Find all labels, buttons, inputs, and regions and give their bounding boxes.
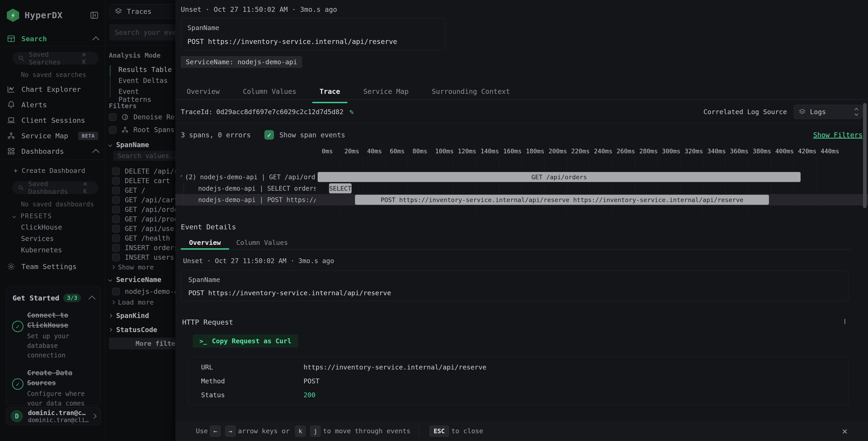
tab-column-values[interactable]: Column Values: [242, 84, 298, 99]
span-bar[interactable]: POST https://inventory-service.internal/…: [355, 195, 769, 205]
checkbox[interactable]: [109, 113, 117, 121]
filter-value-row[interactable]: GET /api/orders: [112, 205, 175, 213]
timeline-tick-label: 260ms: [617, 148, 635, 155]
chevron-right-icon: [111, 265, 115, 269]
preset-services[interactable]: Services: [21, 235, 54, 243]
checkbox[interactable]: [112, 177, 120, 185]
tab-surrounding-context[interactable]: Surrounding Context: [431, 84, 511, 99]
sidebar-item-chart-explorer[interactable]: Chart Explorer: [0, 83, 105, 96]
get-started-item-desc: Set up your database connection: [27, 331, 96, 360]
chevron-up-icon[interactable]: [92, 36, 99, 43]
filter-value-row[interactable]: GET /api/users: [112, 225, 175, 233]
chevron-right-icon: [108, 314, 112, 318]
sidebar-collapse-icon[interactable]: [90, 11, 99, 20]
sidebar-item-service-map[interactable]: Service Map BETA: [0, 129, 105, 143]
user-menu[interactable]: D dominic.tran@c… dominic.tran@cli…: [6, 407, 101, 425]
check-circle-icon: ✓: [12, 321, 24, 332]
filter-value-row[interactable]: INSERT orders: [112, 244, 175, 252]
service-name-chip[interactable]: ServiceName: nodejs-demo-api: [181, 56, 302, 68]
denoise-results-toggle[interactable]: Denoise Results: [109, 113, 175, 121]
checkbox[interactable]: [112, 206, 120, 213]
root-spans-only-toggle[interactable]: Root Spans Only: [109, 126, 175, 134]
filter-value-row[interactable]: DELETE /api/cart: [112, 167, 175, 175]
tab-overview[interactable]: Overview: [186, 84, 221, 99]
collapse-section-icon[interactable]: [844, 319, 845, 323]
filter-value-row[interactable]: DELETE cart: [112, 177, 170, 185]
checkbox[interactable]: [112, 196, 120, 204]
presets-header[interactable]: PRESETS: [13, 212, 52, 220]
checkbox[interactable]: [112, 288, 120, 295]
sidebar-item-alerts[interactable]: Alerts: [0, 98, 105, 112]
span-bar-label: SELECT: [329, 185, 351, 192]
copy-request-as-curl-button[interactable]: >_ Copy Request as Curl: [193, 334, 298, 348]
servicename-section-header[interactable]: ServiceName: [109, 276, 161, 284]
chevron-right-icon: [108, 328, 112, 332]
spankind-section-header[interactable]: SpanKind: [109, 312, 149, 320]
chevron-up-icon[interactable]: [92, 149, 99, 156]
show-span-events-checkbox[interactable]: ✓: [265, 130, 274, 140]
load-more-link[interactable]: Load more: [112, 298, 154, 306]
tab-event-overview[interactable]: Overview: [181, 237, 229, 249]
filter-value-row[interactable]: nodejs-demo-api: [112, 288, 175, 295]
checkbox[interactable]: [112, 244, 120, 252]
chevron-right-icon: [92, 414, 97, 419]
sidebar-item-search[interactable]: Search: [0, 32, 105, 46]
sidebar-item-team-settings[interactable]: Team Settings: [0, 260, 105, 273]
timeline-tick-label: 320ms: [685, 148, 703, 155]
mode-results-table[interactable]: Results Table: [118, 66, 172, 74]
span-bar[interactable]: GET /api/orders: [318, 172, 801, 182]
scrollbar-thumb[interactable]: [863, 103, 867, 208]
filter-value-row[interactable]: GET /api/products: [112, 215, 175, 223]
filter-value-label: GET /: [125, 186, 145, 194]
checkbox[interactable]: [112, 234, 120, 242]
span-row[interactable]: (2) nodejs-demo-api | GET /api/orders GE…: [175, 171, 868, 183]
span-row-selected[interactable]: nodejs-demo-api | POST https://invento P…: [175, 194, 868, 205]
preset-kubernetes[interactable]: Kubernetes: [21, 246, 62, 254]
span-row[interactable]: nodejs-demo-api | SELECT orders SELECT: [175, 183, 868, 194]
filter-value-row[interactable]: GET /api/cart: [112, 196, 175, 204]
saved-searches-input[interactable]: Saved Searches ⌘ K: [12, 52, 98, 65]
table-icon: [7, 34, 16, 43]
checkbox[interactable]: [112, 186, 120, 194]
create-dashboard-button[interactable]: + Create Dashboard: [14, 167, 85, 175]
show-more-link[interactable]: Show more: [112, 263, 154, 271]
filter-value-row[interactable]: INSERT users: [112, 253, 174, 261]
source-select[interactable]: Traces: [109, 4, 175, 19]
get-started-item[interactable]: ✓ Create Data Sources Configure where yo…: [6, 362, 100, 406]
mode-event-deltas[interactable]: Event Deltas: [118, 77, 168, 85]
expand-chevron-icon[interactable]: [181, 175, 182, 177]
spanname-search-input[interactable]: Search values...: [114, 151, 175, 161]
no-saved-searches-text: No saved searches: [21, 71, 86, 79]
saved-dashboards-input[interactable]: Saved Dashboards ⌘ K: [12, 181, 98, 194]
close-icon[interactable]: ✕: [842, 426, 847, 436]
tab-service-map[interactable]: Service Map: [363, 84, 410, 99]
sidebar-item-client-sessions[interactable]: Client Sessions: [0, 113, 105, 127]
correlated-log-source-value: Logs: [810, 108, 826, 116]
span-bar[interactable]: SELECT: [329, 183, 352, 194]
mode-event-patterns[interactable]: Event Patterns: [118, 87, 175, 104]
more-filters-button[interactable]: More filters: [109, 337, 175, 349]
get-started-item[interactable]: ✓ Connect to ClickHouse Set up your data…: [6, 304, 100, 362]
chevron-up-icon[interactable]: [88, 295, 95, 302]
filter-value-row[interactable]: GET /: [112, 186, 145, 194]
statuscode-section-header[interactable]: StatusCode: [109, 326, 157, 334]
sidebar-item-dashboards[interactable]: Dashboards: [0, 144, 105, 158]
checkbox[interactable]: [112, 254, 120, 261]
spanname-search-placeholder: Search values...: [118, 152, 175, 160]
edit-pencil-icon[interactable]: ✎: [349, 108, 353, 116]
checkbox[interactable]: [112, 168, 120, 175]
tab-trace[interactable]: Trace: [318, 84, 341, 99]
event-search-input[interactable]: Search your events...: [109, 24, 175, 40]
checkbox[interactable]: [112, 225, 120, 233]
filter-value-row[interactable]: GET /health: [112, 234, 170, 242]
row-label: Status: [188, 391, 304, 399]
preset-clickhouse[interactable]: ClickHouse: [21, 223, 62, 231]
event-details-meta: Unset · Oct 27 11:50:02 AM · 3mo.s ago: [183, 257, 334, 265]
show-filters-link[interactable]: Show Filters: [813, 131, 863, 139]
filters-label: Filters: [109, 102, 136, 110]
correlated-log-source-select[interactable]: Logs: [794, 105, 863, 119]
spanname-section-header[interactable]: SpanName: [109, 141, 149, 149]
checkbox[interactable]: [112, 215, 120, 223]
tab-event-column-values[interactable]: Column Values: [229, 237, 295, 249]
checkbox[interactable]: [109, 126, 117, 134]
